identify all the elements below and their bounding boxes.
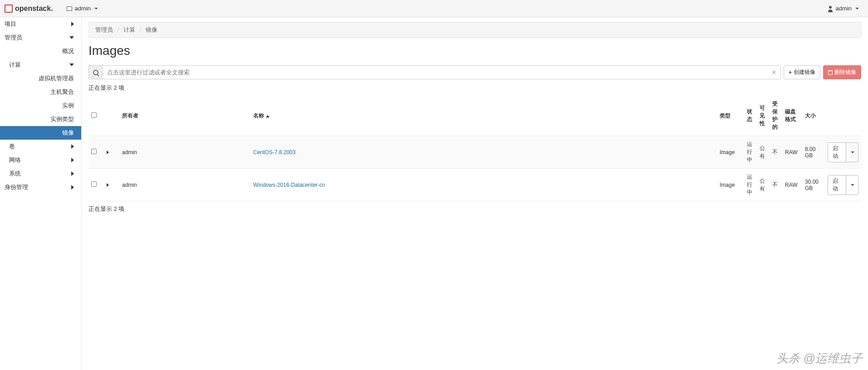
cell-owner: admin bbox=[119, 169, 250, 201]
chevron-right-icon bbox=[71, 158, 74, 162]
search-input[interactable] bbox=[103, 66, 768, 79]
cell-owner: admin bbox=[119, 136, 250, 169]
toolbar: × + 创建镜像 删除镜像 bbox=[88, 65, 861, 79]
images-table: 所有者 名称 类型 状态 可见性 受保护的 磁盘格式 大小 admin Cent… bbox=[88, 96, 861, 201]
main-content: 管理员 / 计算 / 镜像 Images × + 创建镜像 删除镜像 正在显示 … bbox=[82, 17, 868, 370]
action-dropdown[interactable] bbox=[846, 143, 858, 162]
table-row: admin Windows-2016-Datacenter-cn Image 运… bbox=[88, 169, 861, 201]
row-checkbox[interactable] bbox=[91, 149, 97, 154]
col-type[interactable]: 类型 bbox=[717, 96, 744, 136]
trash-icon bbox=[828, 70, 833, 75]
delete-image-button[interactable]: 删除镜像 bbox=[823, 65, 861, 79]
cell-status: 运行中 bbox=[744, 169, 757, 201]
create-image-button[interactable]: + 创建镜像 bbox=[784, 65, 820, 79]
cell-type: Image bbox=[717, 169, 744, 201]
col-status[interactable]: 状态 bbox=[744, 96, 757, 136]
chevron-right-icon bbox=[71, 171, 74, 176]
openstack-logo-icon bbox=[5, 5, 13, 13]
showing-top: 正在显示 2 项 bbox=[88, 84, 861, 92]
nav-project[interactable]: 项目 bbox=[0, 17, 81, 31]
col-visibility[interactable]: 可见性 bbox=[757, 96, 770, 136]
nav-host-aggregates[interactable]: 主机聚合 bbox=[0, 85, 81, 99]
cell-size: 8.00 GB bbox=[802, 136, 825, 169]
breadcrumb-images: 镜像 bbox=[146, 26, 157, 33]
nav-images[interactable]: 镜像 bbox=[0, 126, 81, 140]
nav-instances[interactable]: 实例 bbox=[0, 99, 81, 112]
caret-down-icon bbox=[851, 184, 854, 186]
nav-network[interactable]: 网络 bbox=[0, 153, 81, 167]
search-clear[interactable]: × bbox=[768, 66, 780, 79]
cell-protected: 不 bbox=[770, 169, 782, 201]
select-all-checkbox[interactable] bbox=[91, 112, 97, 118]
nav-overview[interactable]: 概况 bbox=[0, 44, 81, 58]
nav-flavors[interactable]: 实例类型 bbox=[0, 112, 81, 126]
cell-protected: 不 bbox=[770, 136, 782, 169]
brand[interactable]: openstack. bbox=[5, 5, 62, 13]
action-dropdown[interactable] bbox=[846, 175, 858, 195]
image-name-link[interactable]: Windows-2016-Datacenter-cn bbox=[253, 182, 325, 188]
chevron-down-icon bbox=[69, 63, 74, 66]
search-icon bbox=[93, 70, 98, 75]
page-title: Images bbox=[88, 44, 861, 58]
nav-volume[interactable]: 卷 bbox=[0, 140, 81, 153]
caret-down-icon bbox=[94, 8, 98, 10]
sort-asc-icon bbox=[266, 115, 270, 117]
cell-size: 30.00 GB bbox=[802, 169, 825, 201]
showing-bottom: 正在显示 2 项 bbox=[88, 205, 861, 213]
brand-text: openstack. bbox=[15, 5, 53, 13]
row-action[interactable]: 启动 bbox=[828, 142, 858, 162]
table-row: admin CentOS-7.8.2003 Image 运行中 公有 不 RAW… bbox=[88, 136, 861, 169]
col-diskfmt[interactable]: 磁盘格式 bbox=[782, 96, 802, 136]
cell-visibility: 公有 bbox=[757, 136, 770, 169]
image-name-link[interactable]: CentOS-7.8.2003 bbox=[253, 149, 295, 156]
row-action[interactable]: 启动 bbox=[828, 175, 858, 195]
chevron-down-icon bbox=[69, 36, 74, 39]
topbar: openstack. admin admin bbox=[0, 0, 868, 17]
breadcrumb-admin[interactable]: 管理员 bbox=[95, 26, 113, 33]
nav-system[interactable]: 系统 bbox=[0, 167, 81, 180]
row-checkbox[interactable] bbox=[91, 181, 97, 187]
caret-down-icon bbox=[855, 8, 859, 10]
project-selector[interactable]: admin bbox=[62, 2, 103, 15]
plus-icon: + bbox=[789, 69, 792, 76]
chevron-right-icon bbox=[71, 144, 74, 149]
cell-diskfmt: RAW bbox=[782, 169, 802, 201]
cell-type: Image bbox=[717, 136, 744, 169]
project-label: admin bbox=[75, 5, 91, 12]
project-icon bbox=[67, 6, 72, 11]
cell-visibility: 公有 bbox=[757, 169, 770, 201]
expand-icon[interactable] bbox=[107, 183, 109, 187]
search-wrap: × bbox=[88, 65, 781, 79]
breadcrumb: 管理员 / 计算 / 镜像 bbox=[88, 22, 861, 38]
search-button[interactable] bbox=[89, 66, 103, 79]
col-protected[interactable]: 受保护的 bbox=[770, 96, 782, 136]
nav-admin[interactable]: 管理员 bbox=[0, 31, 81, 44]
caret-down-icon bbox=[851, 151, 854, 153]
col-name[interactable]: 名称 bbox=[250, 96, 717, 136]
expand-icon[interactable] bbox=[107, 151, 109, 154]
cell-diskfmt: RAW bbox=[782, 136, 802, 169]
user-label: admin bbox=[836, 5, 852, 12]
cell-status: 运行中 bbox=[744, 136, 757, 169]
breadcrumb-compute[interactable]: 计算 bbox=[123, 26, 135, 33]
nav-hypervisors[interactable]: 虚拟机管理器 bbox=[0, 72, 81, 85]
col-owner[interactable]: 所有者 bbox=[119, 96, 250, 136]
chevron-right-icon bbox=[71, 22, 74, 26]
user-menu[interactable]: admin bbox=[823, 2, 863, 15]
col-size[interactable]: 大小 bbox=[802, 96, 825, 136]
nav-identity[interactable]: 身份管理 bbox=[0, 180, 81, 194]
nav-compute[interactable]: 计算 bbox=[0, 58, 81, 72]
sidebar: 项目 管理员 概况 计算 虚拟机管理器 主机聚合 实例 实例类型 镜像 卷 网络… bbox=[0, 17, 82, 370]
chevron-right-icon bbox=[71, 185, 74, 190]
user-icon bbox=[828, 6, 833, 11]
